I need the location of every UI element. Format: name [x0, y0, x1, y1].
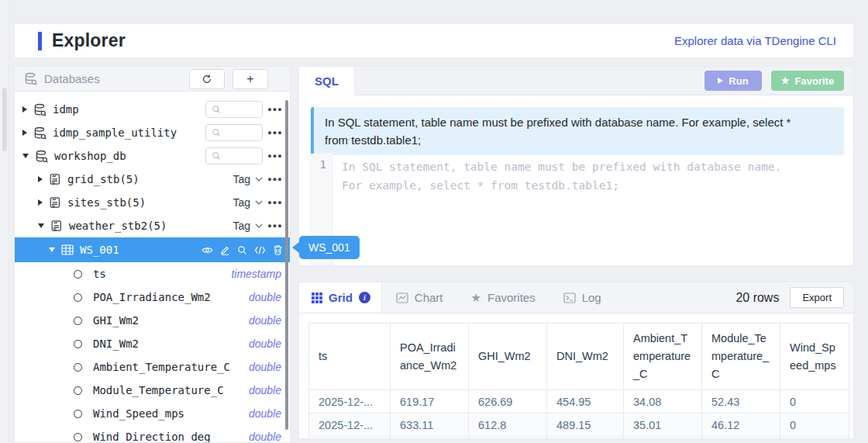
column-name[interactable]: Wind_Direction_deg	[93, 431, 211, 443]
column-name[interactable]: ts	[93, 268, 106, 280]
sql-editor-panel: SQL Run ★Favorite In SQL statement, tabl…	[298, 66, 854, 266]
column-name[interactable]: POA_Irradiance_Wm2	[93, 291, 211, 303]
search-icon[interactable]	[237, 245, 247, 255]
left-scrollbar-thumb[interactable]	[2, 88, 7, 151]
grid-cell[interactable]	[309, 437, 391, 440]
grid-cell[interactable]: 0	[780, 390, 849, 414]
grid-cell[interactable]	[702, 437, 780, 440]
grid-cell[interactable]	[391, 437, 469, 440]
grid-cell[interactable]: 2025-12-...	[309, 414, 391, 437]
supertable-name[interactable]: sites_stb(5)	[67, 196, 146, 209]
edit-icon[interactable]	[220, 245, 230, 255]
grid-cell[interactable]	[547, 437, 624, 440]
tag-mode-select[interactable]: Tag	[232, 196, 263, 209]
table-name[interactable]: WS_001	[80, 244, 119, 256]
tab-favorites[interactable]: ★ Favorites	[457, 282, 549, 313]
tree-row-column[interactable]: Wind_Direction_deg double	[15, 425, 290, 443]
favorite-button[interactable]: ★Favorite	[771, 71, 844, 91]
database-more-menu-button[interactable]: ●●●	[267, 152, 283, 160]
tree-row-column[interactable]: Module_Temperature_C double	[15, 379, 290, 402]
cli-docs-link[interactable]: Explorer data via TDengine CLI	[674, 34, 836, 47]
grid-cell[interactable]	[469, 437, 547, 440]
header-cell[interactable]: POA_Irradiance_Wm2	[391, 324, 469, 390]
grid-cell[interactable]: 34.08	[624, 390, 702, 414]
tree-row-database-workshop-db[interactable]: workshop_db ●●●	[15, 144, 290, 168]
preview-icon[interactable]	[202, 246, 213, 254]
collapse-arrow-icon[interactable]	[49, 247, 55, 252]
grid-cell[interactable]: 454.95	[547, 390, 624, 414]
column-icon	[74, 317, 82, 325]
refresh-databases-button[interactable]	[189, 69, 225, 89]
supertable-name[interactable]: grid_stb(5)	[67, 173, 140, 185]
column-name[interactable]: Wind_Speed_mps	[93, 407, 184, 420]
collapse-arrow-icon[interactable]	[22, 154, 29, 158]
tree-row-stable-weather-stb2[interactable]: weather_stb2(5) Tag ●●●	[15, 214, 290, 237]
grid-cell[interactable]: 52.43	[702, 390, 780, 414]
sidebar-scrollbar-thumb[interactable]	[285, 100, 288, 430]
tab-sql[interactable]: SQL	[299, 67, 355, 95]
database-name[interactable]: workshop_db	[54, 150, 126, 162]
column-name[interactable]: DNI_Wm2	[93, 337, 139, 350]
grid-cell[interactable]: 612.8	[469, 414, 547, 437]
info-icon[interactable]: i	[359, 292, 370, 303]
collapse-arrow-icon[interactable]	[38, 223, 44, 228]
supertable-more-menu-button[interactable]: ●●●	[267, 175, 283, 183]
header-cell[interactable]: Ambient_Temperature_C	[624, 324, 702, 390]
expand-arrow-icon[interactable]	[38, 176, 43, 182]
grid-cell[interactable]: 633.11	[391, 414, 469, 437]
delete-icon[interactable]	[273, 244, 283, 255]
grid-cell[interactable]: 626.69	[469, 390, 547, 414]
tree-row-database-idmp-sample-utility[interactable]: idmp_sample_utility ●●●	[15, 121, 290, 144]
grid-cell[interactable]: 489.15	[547, 414, 624, 437]
grid-cell[interactable]: 0	[780, 414, 849, 437]
table-search-input[interactable]	[205, 124, 263, 141]
grid-cell[interactable]: 2025-12-...	[309, 390, 391, 414]
supertable-more-menu-button[interactable]: ●●●	[267, 199, 283, 206]
header-cell[interactable]: Wind_Speed_mps	[780, 324, 849, 390]
grid-cell[interactable]: 46.12	[702, 414, 780, 437]
grid-cell[interactable]	[624, 437, 702, 440]
tree-row-column[interactable]: POA_Irradiance_Wm2 double	[15, 286, 290, 309]
grid-cell[interactable]: 35.01	[624, 414, 702, 437]
tree-row-column[interactable]: Wind_Speed_mps double	[15, 402, 290, 425]
database-more-menu-button[interactable]: ●●●	[267, 106, 283, 113]
tree-row-stable-sites-stb[interactable]: sites_stb(5) Tag ●●●	[15, 191, 290, 214]
supertable-name[interactable]: weather_stb2(5)	[69, 220, 167, 232]
database-name[interactable]: idmp_sample_utility	[53, 126, 177, 139]
database-more-menu-button[interactable]: ●●●	[267, 129, 283, 137]
header-cell[interactable]: DNI_Wm2	[547, 324, 624, 390]
header-cell[interactable]: ts	[309, 324, 391, 390]
expand-arrow-icon[interactable]	[38, 199, 43, 206]
tree-row-database-idmp[interactable]: idmp ●●●	[15, 98, 290, 121]
grid-cell[interactable]	[780, 437, 849, 440]
table-search-input[interactable]	[205, 147, 263, 164]
expand-arrow-icon[interactable]	[22, 106, 27, 112]
column-name[interactable]: Module_Temperature_C	[93, 384, 224, 396]
sql-editor-input[interactable]: In SQL statement, table name must be pre…	[342, 157, 801, 195]
export-button[interactable]: Export	[790, 287, 844, 308]
grid-cell[interactable]: 619.17	[391, 390, 469, 414]
tree-row-table-ws-001-selected[interactable]: WS_001	[15, 237, 290, 262]
header-cell[interactable]: GHI_Wm2	[469, 324, 547, 390]
tab-grid[interactable]: Grid i	[299, 282, 382, 313]
database-name[interactable]: idmp	[53, 103, 79, 116]
tree-row-column[interactable]: ts timestamp	[15, 262, 290, 286]
create-database-button[interactable]: +	[232, 69, 268, 89]
run-button[interactable]: Run	[704, 71, 762, 91]
column-name[interactable]: Ambient_Temperature_C	[93, 361, 230, 373]
table-search-input[interactable]	[205, 101, 263, 118]
tree-row-column[interactable]: DNI_Wm2 double	[15, 332, 290, 355]
tree-row-column[interactable]: Ambient_Temperature_C double	[15, 355, 290, 379]
column-name[interactable]: GHI_Wm2	[93, 314, 139, 327]
expand-arrow-icon[interactable]	[22, 130, 27, 136]
column-type: double	[249, 361, 283, 373]
tab-log[interactable]: Log	[549, 282, 615, 313]
tree-row-stable-grid-stb[interactable]: grid_stb(5) Tag ●●●	[15, 168, 290, 191]
tab-chart[interactable]: Chart	[382, 282, 457, 313]
tag-mode-select[interactable]: Tag	[232, 173, 263, 185]
header-cell[interactable]: Module_Temperature_C	[702, 324, 780, 390]
supertable-more-menu-button[interactable]: ●●●	[267, 222, 283, 230]
tag-mode-select[interactable]: Tag	[232, 220, 263, 232]
code-icon[interactable]	[254, 246, 266, 254]
tree-row-column[interactable]: GHI_Wm2 double	[15, 309, 290, 332]
